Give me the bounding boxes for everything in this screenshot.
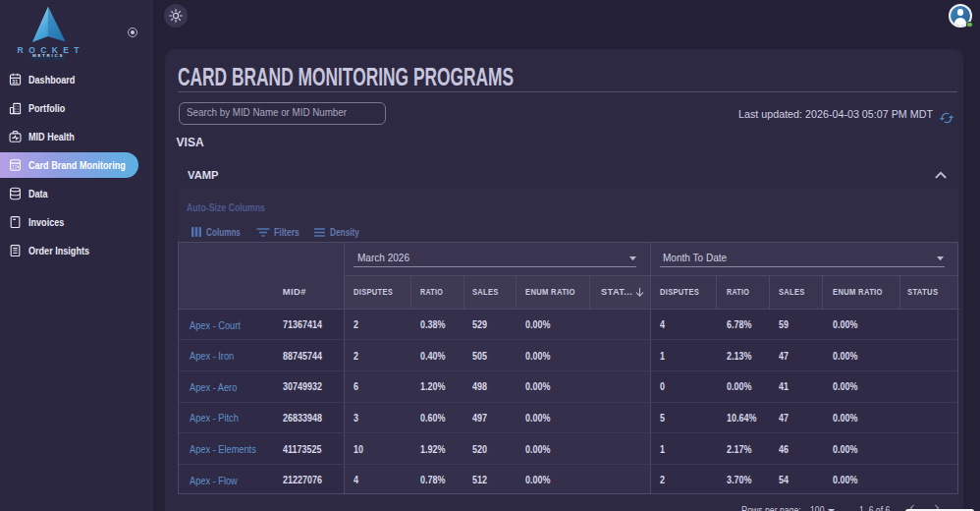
svg-text:31: 31 [12,79,18,85]
